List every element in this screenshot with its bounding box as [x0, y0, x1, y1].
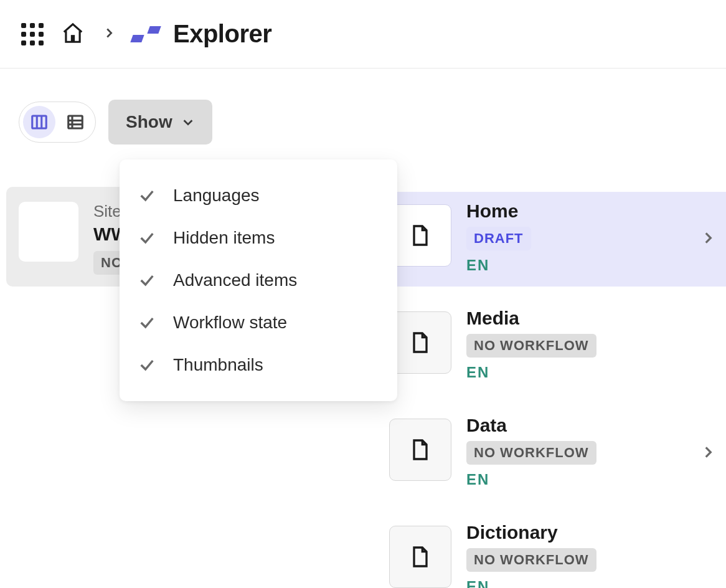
show-dropdown-button[interactable]: Show	[108, 100, 212, 145]
item-language: EN	[466, 364, 596, 381]
topbar: Explorer	[0, 0, 726, 69]
page-title: Explorer	[173, 20, 271, 48]
apps-icon[interactable]	[21, 23, 44, 45]
item-language: EN	[466, 471, 596, 488]
page-icon	[408, 544, 433, 569]
svg-rect-0	[71, 35, 75, 42]
toolbar: Show	[0, 69, 726, 145]
check-icon	[138, 187, 156, 204]
content-item[interactable]: MediaNO WORKFLOWEN	[377, 299, 726, 394]
show-menu-item-label: Languages	[173, 186, 260, 206]
list-view-button[interactable]	[59, 106, 92, 138]
item-thumbnail	[389, 204, 451, 267]
breadcrumb-separator-icon	[102, 26, 116, 42]
site-thumbnail	[19, 202, 78, 262]
item-thumbnail	[389, 526, 451, 588]
item-title: Data	[466, 415, 596, 436]
item-title: Home	[466, 201, 531, 222]
chevron-right-icon	[700, 230, 716, 249]
show-menu-item-label: Workflow state	[173, 313, 287, 333]
item-workflow-badge: NO WORKFLOW	[466, 441, 596, 465]
item-title: Dictionary	[466, 522, 596, 543]
content-item[interactable]: DictionaryNO WORKFLOWEN	[377, 513, 726, 588]
check-icon	[138, 356, 156, 374]
item-thumbnail	[389, 311, 451, 374]
show-menu-item-label: Advanced items	[173, 270, 297, 290]
item-title: Media	[466, 308, 596, 329]
svg-rect-1	[32, 116, 47, 128]
item-body: MediaNO WORKFLOWEN	[466, 308, 596, 381]
item-workflow-badge: NO WORKFLOW	[466, 548, 596, 572]
chevron-right-icon	[700, 444, 716, 463]
show-menu-item[interactable]: Thumbnails	[120, 344, 397, 386]
items-column: HomeDRAFTENMediaNO WORKFLOWENDataNO WORK…	[377, 192, 726, 588]
check-icon	[138, 229, 156, 247]
show-dropdown-menu: LanguagesHidden itemsAdvanced itemsWorkf…	[120, 159, 397, 401]
show-menu-item[interactable]: Workflow state	[120, 301, 397, 344]
home-icon[interactable]	[61, 21, 85, 47]
check-icon	[138, 314, 156, 331]
show-menu-item[interactable]: Advanced items	[120, 259, 397, 301]
item-thumbnail	[389, 419, 451, 481]
view-toggle	[19, 102, 96, 143]
show-menu-item[interactable]: Hidden items	[120, 217, 397, 259]
item-language: EN	[466, 578, 596, 588]
explorer-logo-icon	[130, 26, 161, 42]
show-menu-item-label: Hidden items	[173, 228, 275, 248]
page-icon	[408, 437, 433, 462]
item-body: HomeDRAFTEN	[466, 201, 531, 274]
content-item[interactable]: DataNO WORKFLOWEN	[377, 406, 726, 501]
page-icon	[408, 330, 433, 355]
chevron-down-icon	[181, 115, 195, 129]
item-workflow-badge: NO WORKFLOW	[466, 334, 596, 358]
columns-icon	[30, 113, 49, 131]
show-menu-item[interactable]: Languages	[120, 174, 397, 217]
columns-view-button[interactable]	[23, 106, 55, 138]
check-icon	[138, 272, 156, 289]
breadcrumb-current[interactable]: Explorer	[133, 20, 271, 48]
show-label: Show	[126, 112, 172, 132]
page-icon	[408, 223, 433, 248]
list-icon	[66, 113, 85, 131]
content-item[interactable]: HomeDRAFTEN	[377, 192, 726, 287]
item-language: EN	[466, 257, 531, 274]
item-body: DataNO WORKFLOWEN	[466, 415, 596, 488]
item-body: DictionaryNO WORKFLOWEN	[466, 522, 596, 588]
item-workflow-badge: DRAFT	[466, 227, 531, 250]
show-menu-item-label: Thumbnails	[173, 355, 263, 375]
svg-rect-4	[68, 116, 83, 128]
